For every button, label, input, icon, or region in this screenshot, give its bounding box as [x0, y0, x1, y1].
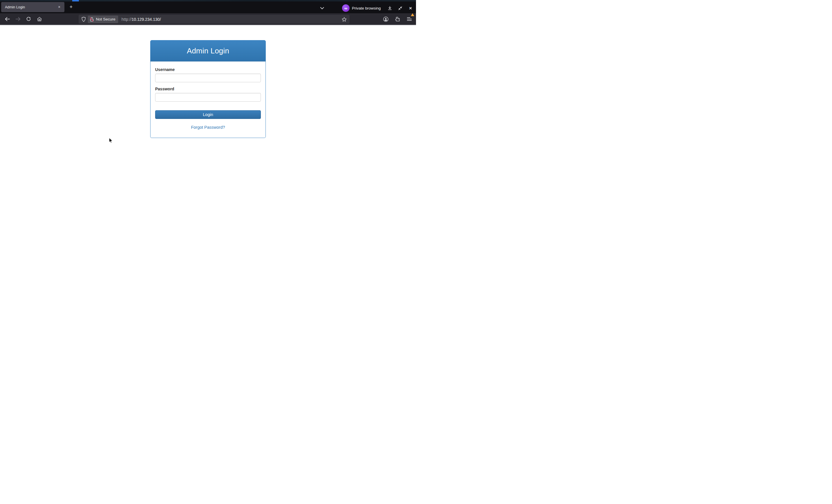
login-card-body: Username Password Login Forgot Password? — [151, 61, 265, 130]
extensions-puzzle-icon[interactable] — [393, 15, 402, 23]
window-minimize-icon[interactable] — [386, 4, 393, 12]
back-button[interactable] — [3, 15, 11, 23]
url-text: http://10.129.234.130/ — [122, 17, 161, 22]
home-button[interactable] — [35, 15, 44, 23]
password-field[interactable] — [155, 93, 261, 102]
url-host: 10.129.234.130/ — [132, 17, 161, 22]
tab-title: Admin Login — [5, 5, 56, 9]
not-secure-chip[interactable]: Not Secure — [88, 16, 118, 23]
url-bar[interactable]: Not Secure http://10.129.234.130/ — [79, 15, 349, 24]
toolbar-right-controls — [381, 15, 414, 23]
forward-button[interactable] — [14, 15, 22, 23]
account-icon[interactable] — [381, 15, 390, 23]
private-browsing-badge: ∞ Private browsing — [342, 4, 381, 12]
password-label: Password — [155, 87, 261, 91]
admin-login-card: Admin Login Username Password Login Forg… — [150, 40, 266, 138]
private-browsing-label: Private browsing — [352, 6, 381, 10]
window-restore-icon[interactable] — [396, 4, 404, 12]
username-label: Username — [155, 67, 261, 72]
reload-button[interactable] — [24, 15, 33, 23]
url-scheme: http:// — [122, 17, 132, 22]
app-menu-hamburger-icon[interactable] — [405, 15, 414, 23]
new-tab-button[interactable]: + — [68, 4, 75, 11]
window-close-icon[interactable]: × — [407, 4, 414, 12]
login-button[interactable]: Login — [155, 110, 261, 119]
forgot-password-link[interactable]: Forgot Password? — [191, 125, 225, 130]
bookmark-star-icon[interactable] — [340, 16, 348, 23]
tab-bar-right-controls: ∞ Private browsing × — [318, 3, 414, 13]
list-all-tabs-chevron-icon[interactable] — [318, 4, 326, 12]
page-content: Admin Login Username Password Login Forg… — [0, 25, 416, 252]
login-card-header: Admin Login — [151, 40, 265, 61]
tracking-protection-shield-icon[interactable] — [79, 16, 88, 23]
page-title: Admin Login — [187, 47, 229, 55]
insecure-lock-icon — [89, 17, 94, 22]
tab-close-icon[interactable]: × — [56, 4, 62, 10]
private-browsing-mask-icon: ∞ — [342, 4, 349, 12]
update-badge-icon — [411, 13, 414, 16]
tab-admin-login[interactable]: Admin Login × — [1, 2, 64, 12]
navigation-toolbar: Not Secure http://10.129.234.130/ — [0, 13, 416, 25]
tab-bar: Admin Login × + ∞ Private browsing × — [0, 1, 416, 13]
not-secure-label: Not Secure — [96, 17, 115, 21]
username-field[interactable] — [155, 74, 261, 82]
